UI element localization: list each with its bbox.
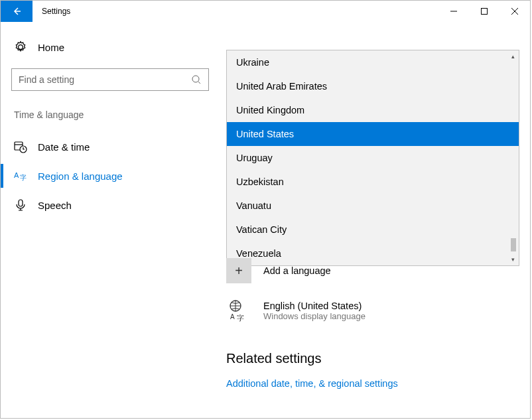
- add-language-button[interactable]: + Add a language: [226, 257, 518, 285]
- sidebar-item-label: Region & language: [38, 171, 123, 182]
- dropdown-scrollbar[interactable]: ▴ ▾: [507, 51, 518, 265]
- sidebar-item-region-language[interactable]: A字 Region & language: [11, 161, 209, 190]
- country-dropdown[interactable]: UkraineUnited Arab EmiratesUnited Kingdo…: [226, 50, 519, 266]
- dropdown-item[interactable]: Uzbekistan: [227, 170, 519, 194]
- main-panel: UkraineUnited Arab EmiratesUnited Kingdo…: [220, 22, 530, 418]
- dropdown-item[interactable]: United States: [227, 122, 519, 146]
- language-icon: A字: [14, 169, 27, 182]
- minimize-icon: [450, 8, 457, 15]
- window-title: Settings: [33, 1, 438, 22]
- gear-icon: [14, 40, 27, 54]
- svg-line-5: [198, 82, 200, 84]
- dropdown-item[interactable]: Vanuatu: [227, 194, 519, 218]
- svg-text:字: 字: [20, 174, 27, 181]
- sidebar-item-label: Speech: [38, 200, 72, 211]
- arrow-left-icon: [11, 6, 22, 17]
- titlebar: Settings: [1, 1, 530, 22]
- home-label: Home: [38, 42, 64, 53]
- add-language-label: Add a language: [263, 265, 331, 276]
- sidebar-item-speech[interactable]: Speech: [11, 190, 209, 220]
- svg-rect-1: [482, 9, 488, 15]
- sidebar-item-date-time[interactable]: Date & time: [11, 132, 209, 161]
- minimize-button[interactable]: [438, 1, 469, 22]
- svg-text:字: 字: [237, 314, 244, 322]
- scroll-thumb[interactable]: [511, 238, 516, 251]
- scroll-up-icon[interactable]: ▴: [507, 51, 518, 62]
- dropdown-item[interactable]: Uruguay: [227, 146, 519, 170]
- search-field[interactable]: [19, 74, 191, 85]
- section-title: Time & language: [11, 109, 209, 120]
- language-name: English (United States): [263, 301, 366, 311]
- language-entry[interactable]: A字 English (United States) Windows displ…: [226, 285, 518, 328]
- home-button[interactable]: Home: [11, 35, 209, 68]
- dropdown-item[interactable]: Ukraine: [227, 50, 519, 74]
- dropdown-item[interactable]: United Arab Emirates: [227, 74, 519, 98]
- svg-text:A: A: [230, 313, 235, 320]
- maximize-icon: [481, 8, 488, 15]
- calendar-clock-icon: [14, 140, 27, 153]
- language-subtitle: Windows display language: [263, 311, 366, 321]
- dropdown-item[interactable]: Vatican City: [227, 218, 519, 242]
- maximize-button[interactable]: [469, 1, 499, 22]
- related-settings-title: Related settings: [226, 351, 518, 366]
- microphone-icon: [14, 198, 27, 212]
- close-icon: [511, 8, 518, 15]
- language-globe-icon: A字: [226, 298, 251, 323]
- sidebar: Home Time & language Date & time A字 R: [1, 22, 220, 418]
- svg-rect-11: [19, 200, 23, 206]
- close-button[interactable]: [499, 1, 530, 22]
- search-input[interactable]: [11, 68, 209, 91]
- related-settings-link[interactable]: Additional date, time, & regional settin…: [226, 378, 518, 389]
- svg-text:A: A: [14, 171, 19, 179]
- dropdown-item[interactable]: United Kingdom: [227, 98, 519, 122]
- sidebar-item-label: Date & time: [38, 141, 90, 153]
- back-button[interactable]: [1, 1, 33, 22]
- svg-point-4: [192, 76, 199, 82]
- plus-icon: +: [226, 258, 251, 283]
- search-icon: [191, 74, 202, 85]
